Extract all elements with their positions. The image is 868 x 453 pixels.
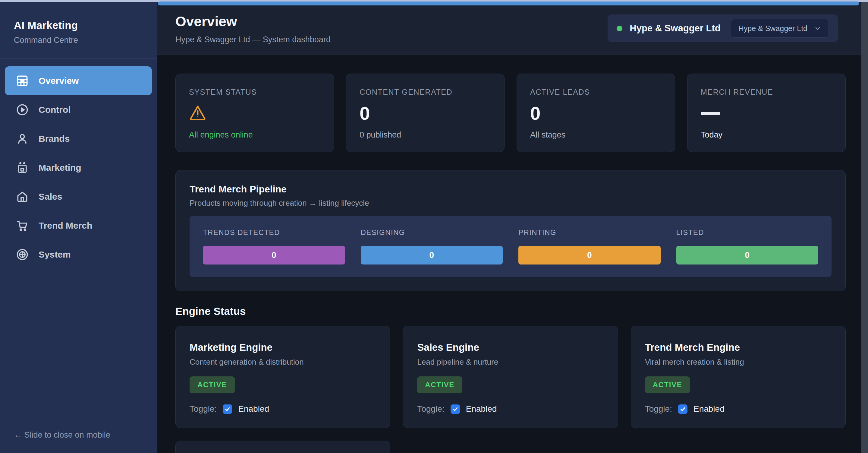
stat-card-content-generated: CONTENT GENERATED 0 0 published (346, 74, 504, 152)
sidebar-header: AI Marketing Command Centre (0, 2, 157, 58)
stage-bar: 0 (518, 246, 661, 264)
warning-triangle-icon (189, 104, 320, 123)
engine-card-virality: Virality Engine Trend detection & monito… (176, 441, 390, 453)
pipeline-stage-designing: DESIGNING 0 (361, 228, 503, 264)
engine-card-marketing: Marketing Engine Content generation & di… (176, 326, 390, 428)
sidebar-item-overview[interactable]: Overview (5, 66, 152, 95)
stage-bar: 0 (676, 246, 818, 264)
stat-sub: All engines online (189, 130, 320, 140)
check-icon (224, 406, 230, 412)
sidebar-item-label: System (38, 249, 71, 260)
company-pill: Hype & Swagger Ltd Hype & Swagger Ltd (608, 15, 838, 42)
stat-sub: 0 published (360, 130, 491, 140)
pipeline-stage-printing: PRINTING 0 (518, 228, 661, 264)
play-circle-icon (16, 103, 29, 116)
engine-enabled-checkbox[interactable] (678, 404, 687, 414)
stat-sub: Today (701, 130, 832, 140)
stat-value: 0 (530, 104, 661, 123)
company-select[interactable]: Hype & Swagger Ltd (731, 19, 829, 38)
stat-value: 0 (360, 104, 491, 123)
bot-box-icon (16, 161, 29, 174)
toggle-row: Toggle: Enabled (645, 404, 832, 414)
check-icon (452, 406, 458, 412)
company-status-dot (617, 26, 622, 31)
sidebar-item-sales[interactable]: Sales (5, 182, 152, 211)
sidebar-item-brands[interactable]: Brands (5, 124, 152, 153)
engine-title: Trend Merch Engine (645, 342, 832, 353)
engine-card-trend-merch: Trend Merch Engine Viral merch creation … (631, 326, 846, 428)
home-icon (16, 190, 29, 203)
check-icon (680, 406, 686, 412)
top-scrollbar-thumb[interactable] (158, 1, 859, 5)
sidebar-item-system[interactable]: System (5, 240, 152, 269)
enabled-label: Enabled (238, 404, 269, 414)
stage-label: PRINTING (518, 228, 661, 237)
pipeline-subtitle: Products moving through creation → listi… (190, 198, 832, 208)
stage-bar: 0 (203, 246, 345, 264)
globe-target-icon (16, 248, 29, 261)
stat-card-system-status: SYSTEM STATUS All engines online (176, 74, 334, 152)
app-subtitle: Command Centre (14, 36, 143, 45)
dash-value (701, 112, 720, 115)
status-badge: ACTIVE (645, 376, 690, 393)
sidebar-footer-hint[interactable]: ← Slide to close on mobile (0, 417, 157, 453)
sidebar-item-label: Sales (38, 192, 62, 202)
engine-subtitle: Lead pipeline & nurture (417, 358, 604, 367)
stat-card-merch-revenue: MERCH REVENUE Today (687, 74, 846, 152)
stage-label: LISTED (676, 228, 818, 237)
toggle-row: Toggle: Enabled (190, 404, 376, 414)
engine-subtitle: Viral merch creation & listing (645, 358, 832, 367)
dashboard-grid-icon (16, 74, 29, 87)
sidebar-item-marketing[interactable]: Marketing (5, 153, 152, 182)
company-name: Hype & Swagger Ltd (629, 23, 720, 34)
content: SYSTEM STATUS All engines online CONTENT… (157, 55, 861, 453)
stat-label: SYSTEM STATUS (189, 88, 320, 96)
enabled-label: Enabled (466, 404, 497, 414)
stage-label: TRENDS DETECTED (203, 228, 345, 237)
sidebar: AI Marketing Command Centre Overview Con… (0, 2, 157, 453)
pipeline-panel: TRENDS DETECTED 0 DESIGNING 0 PRINTING 0… (190, 216, 832, 277)
stage-bar: 0 (361, 246, 503, 264)
vertical-scrollbar[interactable] (861, 2, 868, 453)
stage-label: DESIGNING (361, 228, 503, 237)
app-title: AI Marketing (14, 19, 143, 31)
main-area: Overview Hype & Swagger Ltd — System das… (157, 2, 861, 453)
stat-label: CONTENT GENERATED (360, 88, 491, 96)
pipeline-stage-listed: LISTED 0 (676, 228, 818, 264)
shopping-cart-icon (16, 219, 29, 232)
toggle-label: Toggle: (190, 404, 217, 414)
engine-subtitle: Content generation & distribution (190, 358, 376, 367)
engine-status-heading: Engine Status (176, 305, 846, 317)
engine-enabled-checkbox[interactable] (223, 404, 232, 414)
stat-card-active-leads: ACTIVE LEADS 0 All stages (517, 74, 675, 152)
stat-sub: All stages (530, 130, 661, 140)
sidebar-item-control[interactable]: Control (5, 95, 152, 124)
company-select-value: Hype & Swagger Ltd (738, 24, 807, 33)
sidebar-item-label: Trend Merch (38, 221, 92, 231)
sidebar-item-label: Control (38, 105, 71, 115)
stat-label: MERCH REVENUE (701, 88, 832, 96)
status-badge: ACTIVE (417, 376, 462, 393)
stat-label: ACTIVE LEADS (530, 88, 661, 96)
engines-grid: Marketing Engine Content generation & di… (176, 326, 846, 453)
engine-title: Sales Engine (417, 342, 604, 353)
status-badge: ACTIVE (190, 376, 235, 393)
pipeline-stage-trends-detected: TRENDS DETECTED 0 (203, 228, 345, 264)
user-icon (16, 132, 29, 145)
trend-merch-pipeline-card: Trend Merch Pipeline Products moving thr… (176, 170, 846, 291)
stats-row: SYSTEM STATUS All engines online CONTENT… (176, 74, 846, 152)
engine-card-sales: Sales Engine Lead pipeline & nurture ACT… (403, 326, 618, 428)
toggle-label: Toggle: (645, 404, 672, 414)
page-header: Overview Hype & Swagger Ltd — System das… (157, 2, 861, 55)
engine-enabled-checkbox[interactable] (451, 404, 460, 414)
toggle-label: Toggle: (417, 404, 444, 414)
sidebar-item-label: Brands (38, 134, 70, 144)
sidebar-item-trend-merch[interactable]: Trend Merch (5, 211, 152, 240)
sidebar-item-label: Overview (38, 76, 79, 86)
pipeline-title: Trend Merch Pipeline (190, 184, 832, 195)
toggle-row: Toggle: Enabled (417, 404, 604, 414)
chevron-down-icon (814, 25, 821, 32)
enabled-label: Enabled (693, 404, 724, 414)
sidebar-nav: Overview Control Brands Marketing Sales (0, 58, 157, 269)
sidebar-item-label: Marketing (38, 163, 82, 173)
